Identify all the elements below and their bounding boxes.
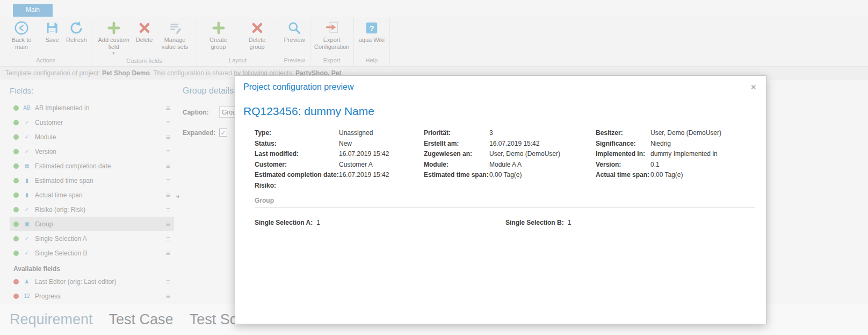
field-value — [489, 181, 596, 191]
field-value: 16.07.2019 15:42 — [339, 149, 424, 160]
field-label: Version: — [596, 160, 650, 170]
section-field-single-selection-b: Single Selection B:1 — [505, 219, 755, 226]
field-label — [596, 181, 650, 191]
field-label: Estimated time span: — [424, 170, 489, 181]
group-section-grid: Single Selection A:1Single Selection B:1 — [255, 219, 755, 226]
field-value: 1 — [316, 219, 320, 226]
group-section-divider — [255, 207, 755, 208]
field-label: Besitzer: — [596, 128, 650, 139]
field-value: User, Demo (DemoUser) — [489, 149, 596, 160]
field-label: Module: — [424, 160, 489, 170]
section-field-single-selection-a: Single Selection A:1 — [255, 219, 505, 226]
field-label: Significance: — [596, 139, 650, 149]
modal-title: Project configuration preview — [243, 82, 353, 92]
field-label: Estimated completion date: — [255, 170, 339, 181]
field-label: Priorität: — [424, 128, 489, 139]
field-label: Implemented in: — [596, 149, 650, 160]
field-label: Risiko: — [255, 181, 339, 191]
field-value: 1 — [568, 219, 572, 226]
field-value: User, Demo (DemoUser) — [650, 128, 755, 139]
field-value — [650, 181, 755, 191]
requirement-fields-grid: Type:UnassignedPriorität:3Besitzer:User,… — [255, 128, 755, 191]
field-value: Unassigned — [339, 128, 424, 139]
field-value: 16.07.2019 15:42 — [339, 170, 424, 181]
field-value: Niedrig — [650, 139, 755, 149]
field-value: 0.1 — [650, 160, 755, 170]
field-label: Status: — [255, 139, 339, 149]
field-label — [424, 181, 489, 191]
modal-header: Project configuration preview × — [235, 76, 766, 92]
field-value: New — [339, 139, 424, 149]
close-icon[interactable]: × — [748, 82, 758, 92]
field-value: Module A A — [489, 160, 596, 170]
field-label: Actual time span: — [596, 170, 650, 181]
field-label: Single Selection A: — [255, 219, 313, 226]
field-value: Customer A — [339, 160, 424, 170]
field-label: Zugewiesen an: — [424, 149, 489, 160]
field-label: Single Selection B: — [505, 219, 564, 226]
group-section-label: Group — [255, 197, 755, 204]
field-value: 0,00 Tag(e) — [650, 170, 755, 181]
field-label: Erstellt am: — [424, 139, 489, 149]
field-label: Type: — [255, 128, 339, 139]
field-label: Customer: — [255, 160, 339, 170]
field-value — [339, 181, 424, 191]
field-value: dummy Implemented in — [650, 149, 755, 160]
preview-modal: Project configuration preview × RQ123456… — [235, 75, 766, 324]
field-value: 16.07.2019 15:42 — [489, 139, 596, 149]
field-value: 0,00 Tag(e) — [489, 170, 596, 181]
field-label: Last modified: — [255, 149, 339, 160]
requirement-title: RQ123456: dummy Name — [243, 105, 757, 118]
field-value: 3 — [489, 128, 596, 139]
